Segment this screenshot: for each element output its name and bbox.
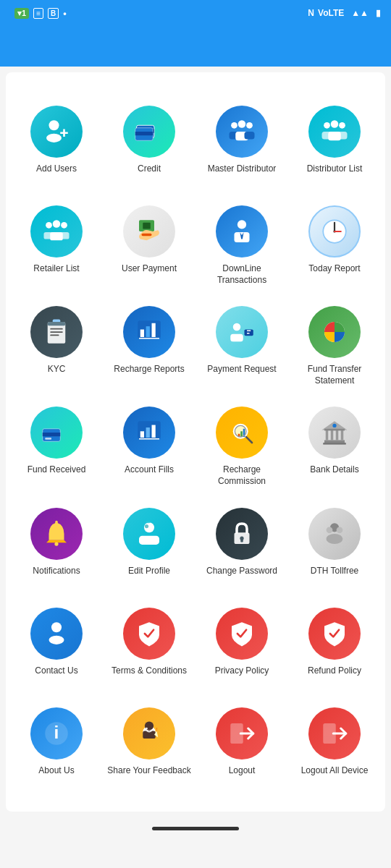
grid-item-dth-tollfree[interactable]: DTH Tollfree: [290, 501, 379, 595]
grid-item-privacy-policy[interactable]: Privacy Policy: [197, 600, 287, 694]
icon-edit-profile: [123, 508, 175, 560]
label-edit-profile: Edit Profile: [128, 566, 170, 587]
n-icon: N: [308, 8, 314, 18]
grid-item-fund-transfer[interactable]: Fund Transfer Statement: [290, 299, 379, 393]
content-card: Add UsersCreditMaster DistributorDistrib…: [6, 72, 385, 812]
svg-rect-40: [50, 328, 63, 330]
grid-item-share-feedback[interactable]: !Share Your Feedback: [104, 700, 194, 794]
grid-item-notifications[interactable]: Notifications: [12, 501, 101, 595]
grid-item-credit[interactable]: Credit: [104, 98, 194, 192]
label-retailer-list: Retailer List: [33, 263, 79, 285]
icon-downline-transactions: [216, 205, 268, 258]
grid-item-about-us[interactable]: iAbout Us: [12, 700, 101, 794]
svg-point-92: [51, 622, 62, 632]
grid-item-add-users[interactable]: Add Users: [12, 98, 101, 192]
svg-point-1: [46, 134, 62, 142]
icon-about-us: i: [30, 707, 83, 760]
svg-point-77: [332, 424, 336, 427]
label-recharge-commission: Recharge Commission: [200, 464, 284, 487]
svg-point-24: [53, 220, 61, 228]
svg-point-31: [237, 220, 246, 229]
grid-item-today-report[interactable]: Today Report: [290, 198, 379, 293]
svg-point-0: [49, 120, 59, 130]
label-bank-details: Bank Details: [310, 464, 358, 486]
svg-point-93: [49, 635, 64, 644]
svg-rect-70: [324, 441, 345, 443]
grid-item-downline-transactions[interactable]: DownLine Transactions: [197, 198, 287, 293]
grid-item-recharge-commission[interactable]: Recharge Commission: [197, 399, 287, 494]
grid-item-edit-profile[interactable]: Edit Profile: [104, 501, 194, 595]
icon-recharge-reports: [123, 306, 175, 358]
icon-bank-details: [308, 407, 361, 459]
icon-today-report: [308, 205, 361, 258]
svg-rect-73: [331, 430, 334, 441]
label-contact-us: Contact Us: [35, 665, 77, 687]
label-logout-all: Logout All Device: [301, 765, 369, 787]
svg-rect-60: [146, 427, 150, 438]
grid-item-change-password[interactable]: Change Password: [197, 501, 287, 595]
grid-item-logout[interactable]: Logout: [197, 700, 287, 794]
grid-item-contact-us[interactable]: Contact Us: [12, 600, 101, 694]
grid-item-account-fills[interactable]: Account Fills: [104, 399, 194, 494]
svg-line-69: [246, 438, 252, 443]
status-bar: ▾1 ≡ B • N VoLTE ▲▲ ▮: [0, 0, 391, 26]
grid-item-payment-request[interactable]: Payment Request: [197, 299, 287, 393]
svg-rect-15: [245, 132, 255, 140]
icon-notifications: [30, 508, 83, 560]
label-account-fills: Account Fills: [125, 464, 174, 486]
battery-icon: ▮: [376, 8, 381, 18]
grid-item-master-distributor[interactable]: Master Distributor: [197, 98, 287, 192]
volte-icon: VoLTE: [318, 8, 344, 18]
svg-point-26: [61, 222, 67, 229]
grid-item-recharge-reports[interactable]: Recharge Reports: [104, 299, 194, 393]
grid-item-distributor-list[interactable]: Distributor List: [290, 98, 379, 192]
svg-rect-43: [48, 322, 66, 326]
svg-rect-42: [50, 335, 59, 336]
icon-refund-policy: [308, 608, 361, 660]
icon-change-password: [216, 508, 268, 560]
svg-point-99: [146, 727, 148, 729]
svg-rect-41: [50, 331, 63, 333]
svg-rect-50: [230, 334, 243, 342]
svg-rect-87: [240, 538, 243, 542]
bottom-bar: [0, 817, 391, 841]
icon-logout: [216, 707, 268, 760]
sim-icon: ≡: [33, 8, 43, 19]
svg-point-89: [327, 534, 343, 544]
top-bar: [0, 26, 391, 67]
label-credit: Credit: [138, 163, 161, 185]
label-distributor-list: Distributor List: [307, 163, 363, 185]
label-fund-received: Fund Received: [28, 464, 86, 486]
label-kyc: KYC: [48, 364, 66, 386]
label-fund-transfer: Fund Transfer Statement: [293, 364, 377, 386]
label-today-report: Today Report: [308, 263, 360, 285]
signal-bars: ▲▲: [351, 8, 369, 18]
icon-terms-conditions: [123, 608, 175, 660]
label-privacy-policy: Privacy Policy: [215, 665, 269, 687]
grid-item-retailer-list[interactable]: Retailer List: [12, 198, 101, 293]
icon-recharge-commission: [216, 407, 268, 459]
svg-rect-45: [140, 330, 144, 338]
home-indicator: [152, 827, 239, 830]
grid-item-user-payment[interactable]: User Payment: [104, 198, 194, 293]
svg-point-16: [324, 122, 330, 129]
svg-rect-27: [60, 232, 69, 239]
grid-item-bank-details[interactable]: Bank Details: [290, 399, 379, 494]
grid-item-logout-all[interactable]: Logout All Device: [290, 700, 379, 794]
grid-item-refund-policy[interactable]: Refund Policy: [290, 600, 379, 694]
svg-point-10: [231, 122, 237, 129]
icon-user-payment: [123, 205, 175, 258]
svg-rect-47: [152, 323, 156, 337]
grid-item-fund-received[interactable]: Fund Received: [12, 399, 101, 494]
grid-item-terms-conditions[interactable]: Terms & Conditions: [104, 600, 194, 694]
icon-credit: [123, 106, 175, 158]
icon-logout-all: [308, 707, 361, 760]
svg-rect-75: [341, 430, 344, 441]
icon-fund-received: [30, 407, 83, 459]
icon-kyc: [30, 306, 83, 358]
grid-item-kyc[interactable]: KYC: [12, 299, 101, 393]
label-user-payment: User Payment: [122, 263, 177, 285]
services-grid: Add UsersCreditMaster DistributorDistrib…: [12, 98, 379, 794]
icon-master-distributor: [216, 106, 268, 158]
svg-rect-61: [152, 425, 156, 438]
